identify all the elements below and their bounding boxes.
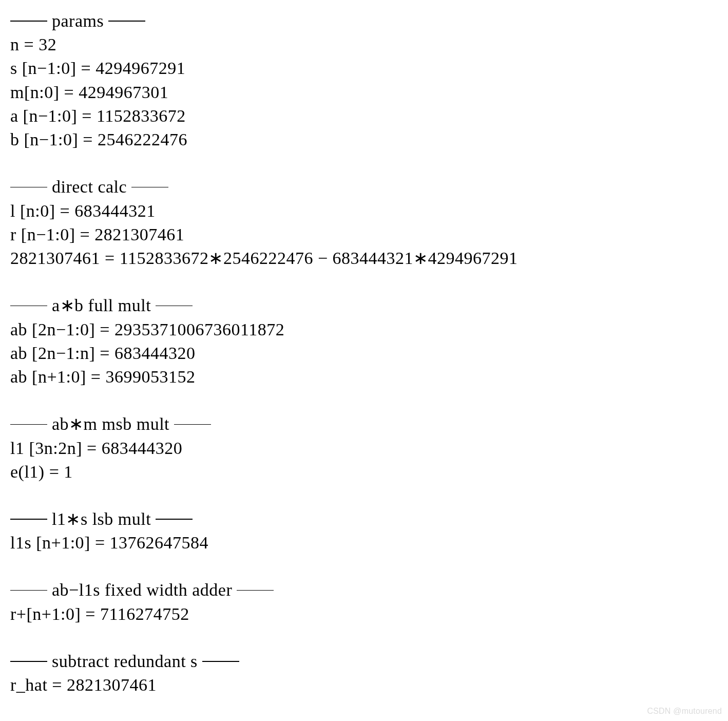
blank-line (10, 626, 728, 650)
dash-icon (10, 519, 47, 520)
dash-icon (156, 519, 193, 520)
code-line: r [n−1:0] = 2821307461 (10, 223, 728, 246)
dash-icon (174, 424, 211, 425)
code-line: ab [2n−1:0] = 2935371006736011872 (10, 318, 728, 341)
dash-icon (202, 661, 239, 662)
dash-icon (10, 661, 47, 662)
code-line: s [n−1:0] = 4294967291 (10, 56, 728, 80)
header-text: params (47, 11, 108, 30)
code-line: r_hat = 2821307461 (10, 673, 728, 697)
watermark: CSDN @mutourend (647, 707, 722, 716)
code-line: ab [n+1:0] = 3699053152 (10, 365, 728, 389)
code-line: l1 [3n:2n] = 683444320 (10, 437, 728, 460)
dash-icon (10, 590, 47, 591)
header-text: ab∗m msb mult (47, 414, 174, 433)
blank-line (10, 389, 728, 412)
section-header-direct-calc: direct calc (10, 175, 728, 199)
code-line: l [n:0] = 683444321 (10, 199, 728, 223)
code-line: l1s [n+1:0] = 13762647584 (10, 531, 728, 555)
dash-icon (156, 306, 193, 307)
dash-icon (10, 21, 47, 22)
dash-icon (108, 21, 145, 22)
dash-icon (131, 187, 168, 188)
section-header-ab-l1s-adder: ab−l1s fixed width adder (10, 578, 728, 602)
code-line: m[n:0] = 4294967301 (10, 81, 728, 104)
code-line: ab [2n−1:n] = 683444320 (10, 341, 728, 365)
dash-icon (237, 590, 274, 591)
blank-line (10, 270, 728, 294)
section-header-l1s-lsb-mult: l1∗s lsb mult (10, 507, 728, 531)
blank-line (10, 555, 728, 578)
dash-icon (10, 187, 47, 188)
dash-icon (10, 424, 47, 425)
section-header-abm-msb-mult: ab∗m msb mult (10, 412, 728, 436)
header-text: l1∗s lsb mult (47, 509, 156, 528)
code-line: n = 32 (10, 33, 728, 56)
header-text: subtract redundant s (47, 652, 202, 671)
section-header-ab-full-mult: a∗b full mult (10, 294, 728, 317)
code-line: a [n−1:0] = 1152833672 (10, 104, 728, 128)
header-text: a∗b full mult (47, 296, 156, 315)
header-text: ab−l1s fixed width adder (47, 580, 237, 599)
blank-line (10, 151, 728, 175)
code-listing: params n = 32 s [n−1:0] = 4294967291 m[n… (0, 0, 728, 697)
section-header-params: params (10, 9, 728, 33)
dash-icon (10, 306, 47, 307)
code-line: b [n−1:0] = 2546222476 (10, 128, 728, 151)
code-line: e(l1) = 1 (10, 460, 728, 484)
blank-line (10, 484, 728, 507)
section-header-subtract-redundant: subtract redundant s (10, 650, 728, 673)
header-text: direct calc (47, 177, 131, 196)
code-line: r+[n+1:0] = 7116274752 (10, 602, 728, 626)
code-line: 2821307461 = 1152833672∗2546222476 − 683… (10, 246, 728, 270)
